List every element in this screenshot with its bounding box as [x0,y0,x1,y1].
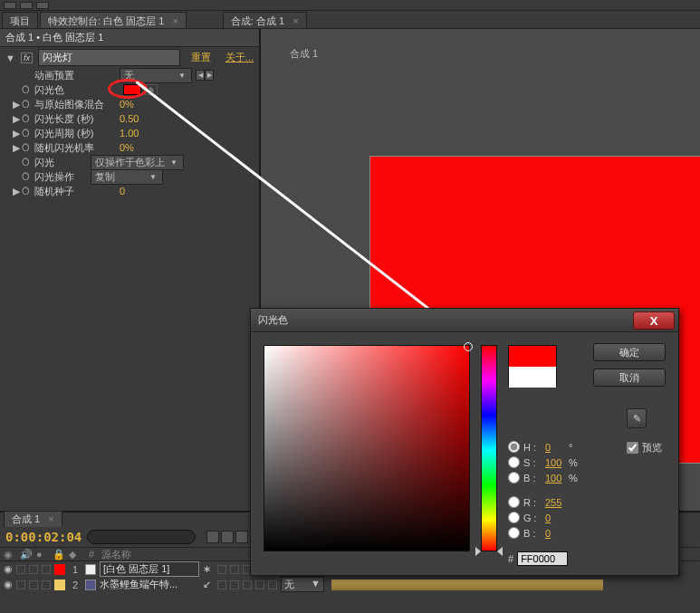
disclosure-triangle-icon[interactable]: ▶ [13,128,22,139]
stopwatch-icon[interactable]: Ö [22,128,34,139]
tab-project[interactable]: 项目 [2,12,38,28]
hue-slider[interactable] [481,345,497,551]
stopwatch-icon[interactable]: Ö [22,142,34,153]
audio-toggle[interactable] [16,565,25,574]
h-value[interactable]: 0 [545,442,565,453]
timeline-tab[interactable]: 合成 1 × [4,511,62,527]
hex-input[interactable] [517,551,568,566]
switch[interactable] [217,580,226,589]
layer-name[interactable]: [白色 固态层 1] [100,561,199,577]
color-field[interactable] [264,345,470,551]
tl-icon[interactable] [206,531,219,543]
stopwatch-icon[interactable]: Ö [22,84,34,95]
disclosure-triangle-icon[interactable]: ▶ [13,99,22,110]
tab-close-icon[interactable]: × [48,513,53,524]
audio-toggle[interactable] [16,580,25,589]
switch[interactable] [230,580,239,589]
bb-value[interactable]: 0 [545,528,565,539]
fx-switch-icon[interactable]: ↙ [203,579,214,590]
eye-toggle-icon[interactable]: ◉ [4,563,13,575]
dialog-close-button[interactable]: X [633,311,675,330]
bb-radio[interactable] [508,527,520,539]
blend-mode-dropdown[interactable]: 无▼ [281,577,324,592]
stopwatch-icon[interactable]: Ö [22,186,34,196]
old-color-swatch[interactable] [509,367,556,388]
strobe-dropdown[interactable]: 仅操作于色彩上 ▼ [91,155,184,170]
prop-value[interactable]: 0% [120,99,134,110]
r-radio[interactable] [508,496,520,508]
layer-label-color[interactable] [54,564,65,575]
lock-toggle[interactable] [42,580,51,589]
tab-close-icon[interactable]: × [292,15,298,26]
r-value[interactable]: 255 [545,497,565,508]
tab-close-icon[interactable]: × [172,15,177,26]
stopwatch-icon[interactable]: Ö [22,157,34,168]
color-field-cursor-icon[interactable] [464,342,473,351]
fx-badge-icon[interactable]: fx [21,53,33,63]
solo-toggle[interactable] [29,580,38,589]
effect-name[interactable]: 闪光灯 [38,49,180,66]
layer-name[interactable]: 水墨鲤鱼端午特... [100,578,199,591]
eyedropper-icon[interactable]: ✎ [145,84,158,95]
new-color-swatch [509,346,556,367]
chevron-down-icon: ▼ [178,72,186,80]
effect-about-link[interactable]: 关于... [225,51,254,64]
lock-toggle[interactable] [42,565,51,574]
eye-toggle-icon[interactable]: ◉ [4,579,13,590]
fx-switch-icon[interactable]: ∗ [203,563,214,575]
strobe-color-swatch[interactable] [123,84,141,95]
tl-icon[interactable] [221,531,234,543]
tab-effect-controls[interactable]: 特效控制台: 白色 固态层 1 × [40,12,187,28]
tool-slot[interactable] [36,2,49,9]
ok-button[interactable]: 确定 [593,343,666,361]
tool-slot[interactable] [4,2,16,9]
stopwatch-icon[interactable]: Ö [22,99,34,110]
next-preset-icon[interactable]: ▶ [205,70,214,81]
s-radio[interactable] [508,456,520,468]
g-radio[interactable] [508,512,520,523]
switch[interactable] [217,565,226,574]
switch[interactable] [230,565,239,574]
prop-value[interactable]: 1.00 [120,128,139,139]
effect-reset-link[interactable]: 重置 [191,51,211,64]
tool-slot[interactable] [20,2,33,9]
timeline-search-input[interactable] [87,530,196,544]
h-radio[interactable] [508,441,520,453]
disclosure-triangle-icon[interactable]: ▼ [5,53,15,63]
prop-value[interactable]: 0.50 [120,113,139,124]
eyedropper-button[interactable]: ✎ [627,408,647,428]
prop-label: 闪光操作 [34,170,91,184]
preview-checkbox-input[interactable] [627,442,638,454]
preview-checkbox[interactable]: 预览 [627,441,662,455]
layer-bar-track[interactable] [331,579,696,591]
switch[interactable] [255,580,264,589]
timeline-layer-row[interactable]: ◉ 2 水墨鲤鱼端午特... ↙ 无▼ [0,577,700,592]
tab-composition-viewer[interactable]: 合成: 合成 1 × [223,12,307,28]
switch[interactable] [268,580,277,589]
stopwatch-icon[interactable]: Ö [22,171,34,182]
disclosure-triangle-icon[interactable]: ▶ [13,113,22,125]
g-value[interactable]: 0 [545,512,565,523]
tl-icon[interactable] [235,531,248,543]
cancel-button[interactable]: 取消 [593,369,666,387]
disclosure-triangle-icon[interactable]: ▶ [13,186,22,197]
prev-preset-icon[interactable]: ◀ [196,70,205,81]
dialog-title[interactable]: 闪光色 [251,309,678,332]
layer-duration-bar[interactable] [331,579,603,590]
prop-strobe-color: Ö 闪光色 ✎ [0,82,259,97]
s-value[interactable]: 100 [545,457,565,468]
timecode[interactable]: 0:00:02:04 [5,530,82,544]
prop-label: 与原始图像混合 [34,98,120,111]
disclosure-triangle-icon[interactable]: ▶ [13,142,22,154]
layer-label-color[interactable] [54,579,65,590]
operator-dropdown[interactable]: 复制 ▼ [91,169,163,185]
bv-radio[interactable] [508,472,520,484]
hue-slider-thumb-icon[interactable] [476,547,502,556]
bv-value[interactable]: 100 [545,473,565,484]
stopwatch-icon[interactable]: Ö [22,113,34,124]
anim-preset-dropdown[interactable]: 无 ▼ [120,68,192,83]
prop-value[interactable]: 0% [120,142,134,153]
prop-value[interactable]: 0 [120,186,125,196]
solo-toggle[interactable] [29,565,38,574]
switch[interactable] [243,580,252,589]
